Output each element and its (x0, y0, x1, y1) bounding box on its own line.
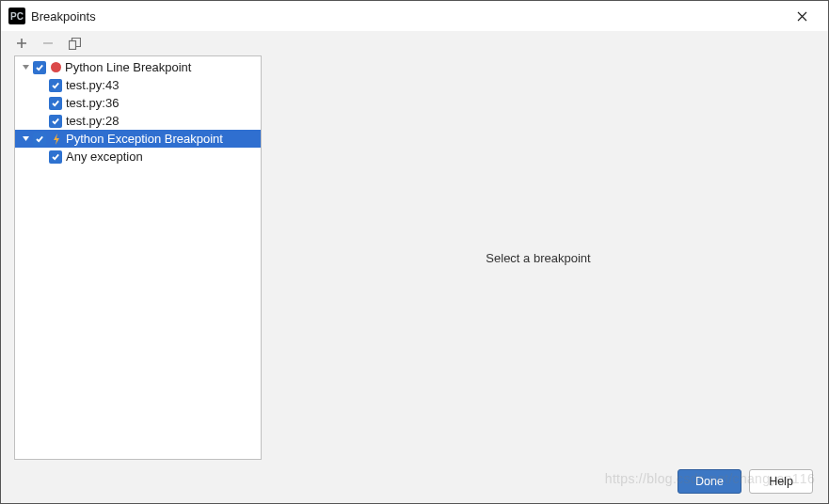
details-panel: Select a breakpoint (262, 55, 815, 460)
group-button[interactable] (67, 36, 82, 51)
checkbox[interactable] (49, 97, 62, 110)
checkbox[interactable] (49, 79, 62, 92)
checkbox[interactable] (33, 133, 46, 146)
dialog-content: Python Line Breakpoint test.py:43 test.p… (1, 31, 828, 503)
group-label: Python Exception Breakpoint (66, 132, 223, 146)
tree-item[interactable]: Any exception (15, 148, 261, 165)
dialog-footer: Done Help (1, 460, 828, 503)
breakpoint-label: test.py:36 (66, 96, 119, 110)
chevron-down-icon[interactable] (19, 61, 32, 74)
checkbox[interactable] (33, 61, 46, 74)
breakpoint-dot-icon (51, 62, 61, 72)
main-area: Python Line Breakpoint test.py:43 test.p… (1, 55, 828, 460)
breakpoints-tree[interactable]: Python Line Breakpoint test.py:43 test.p… (14, 55, 262, 460)
details-placeholder: Select a breakpoint (486, 251, 590, 265)
window-title: Breakpoints (31, 9, 96, 24)
tree-group-line[interactable]: Python Line Breakpoint (15, 58, 261, 76)
title-bar: PC Breakpoints (1, 1, 828, 31)
app-icon: PC (8, 8, 25, 24)
breakpoint-label: test.py:43 (66, 78, 119, 92)
add-button[interactable] (14, 36, 29, 51)
close-button[interactable] (781, 2, 822, 30)
checkbox[interactable] (49, 115, 62, 128)
toolbar (1, 31, 828, 55)
group-label: Python Line Breakpoint (65, 60, 191, 74)
tree-item[interactable]: test.py:28 (15, 112, 261, 130)
tree-item[interactable]: test.py:43 (15, 76, 261, 94)
tree-item[interactable]: test.py:36 (15, 94, 261, 112)
exception-icon (51, 134, 62, 145)
help-button[interactable]: Help (749, 469, 813, 494)
breakpoint-label: test.py:28 (66, 114, 119, 128)
tree-group-exception[interactable]: Python Exception Breakpoint (15, 130, 261, 148)
svg-rect-0 (69, 40, 75, 49)
done-button[interactable]: Done (678, 469, 741, 494)
chevron-down-icon[interactable] (19, 133, 32, 146)
remove-button[interactable] (40, 36, 56, 51)
breakpoint-label: Any exception (66, 150, 143, 164)
checkbox[interactable] (49, 150, 62, 164)
